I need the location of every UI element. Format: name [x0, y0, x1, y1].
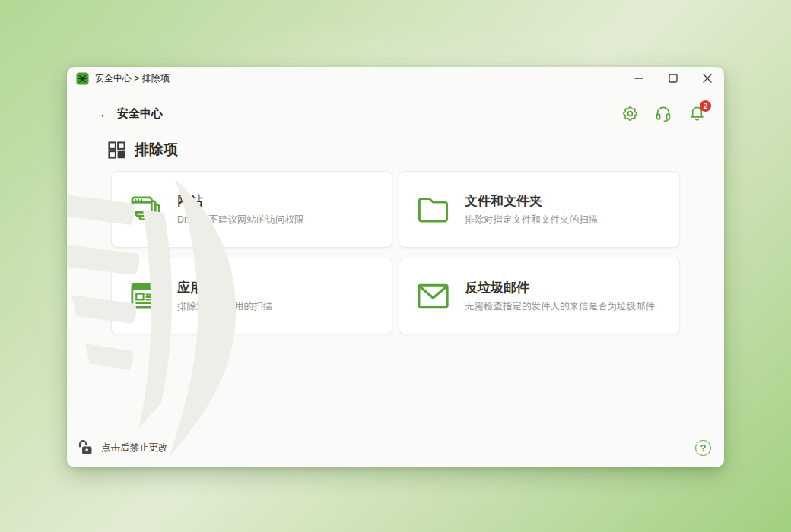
- support-button[interactable]: [653, 103, 673, 123]
- unlock-icon: [76, 439, 94, 457]
- card-subtitle: Dr.Web不建议网站的访问权限: [177, 214, 303, 226]
- card-websites[interactable]: 网站 Dr.Web不建议网站的访问权限: [111, 171, 392, 248]
- lock-label: 点击后禁止更改: [101, 442, 168, 454]
- exclusion-cards: 网站 Dr.Web不建议网站的访问权限 文件和文件夹 排除对指定文件和文件夹的扫…: [111, 171, 680, 334]
- folder-icon: [415, 192, 451, 227]
- notifications-button[interactable]: 2: [687, 103, 707, 123]
- app-window: 安全中心 > 排除项: [67, 67, 724, 467]
- card-text: 文件和文件夹 排除对指定文件和文件夹的扫描: [465, 192, 608, 226]
- close-icon: [703, 74, 712, 83]
- close-button[interactable]: [690, 67, 724, 90]
- support-headset-icon: [654, 104, 672, 122]
- lock-toggle[interactable]: 点击后禁止更改: [76, 439, 168, 457]
- card-subtitle: 排除对指定文件和文件夹的扫描: [465, 214, 598, 226]
- drweb-logo: [76, 72, 89, 85]
- help-button[interactable]: ?: [695, 440, 711, 456]
- maximize-icon: [669, 74, 678, 83]
- maximize-button[interactable]: [656, 67, 690, 90]
- card-title: 网站: [177, 192, 303, 210]
- window-controls: [621, 67, 724, 90]
- card-subtitle: 排除对指定应用的扫描: [177, 301, 272, 313]
- back-button[interactable]: ← 安全中心: [99, 106, 163, 121]
- card-applications[interactable]: 应用程序 排除对指定应用的扫描: [111, 258, 392, 334]
- titlebar: 安全中心 > 排除项: [67, 67, 724, 90]
- back-label: 安全中心: [117, 106, 163, 121]
- settings-button[interactable]: [620, 103, 640, 123]
- anti-spam-icon: [415, 278, 451, 314]
- card-title: 反垃圾邮件: [465, 279, 655, 296]
- websites-icon: [128, 192, 164, 227]
- page-title: 排除项: [135, 140, 178, 160]
- question-mark-icon: ?: [700, 443, 707, 453]
- top-action-icons: 2: [620, 103, 707, 123]
- card-text: 反垃圾邮件 无需检查指定的发件人的来信是否为垃圾邮件: [465, 279, 666, 313]
- applications-icon: [128, 278, 164, 314]
- card-anti-spam[interactable]: 反垃圾邮件 无需检查指定的发件人的来信是否为垃圾邮件: [399, 258, 680, 334]
- notification-badge: 2: [700, 100, 711, 112]
- footer: 点击后禁止更改 ?: [67, 432, 724, 467]
- window-title: 安全中心 > 排除项: [95, 72, 170, 85]
- card-subtitle: 无需检查指定的发件人的来信是否为垃圾邮件: [465, 301, 655, 313]
- card-files-folders[interactable]: 文件和文件夹 排除对指定文件和文件夹的扫描: [399, 171, 680, 248]
- topbar: ← 安全中心: [99, 100, 707, 126]
- settings-gear-icon: [621, 105, 639, 122]
- minimize-icon: [634, 74, 643, 83]
- minimize-button[interactable]: [621, 67, 656, 90]
- card-text: 网站 Dr.Web不建议网站的访问权限: [177, 192, 314, 226]
- card-title: 应用程序: [177, 279, 272, 296]
- card-text: 应用程序 排除对指定应用的扫描: [177, 279, 283, 313]
- desktop-background: 安全中心 > 排除项: [0, 0, 791, 532]
- back-arrow-icon: ←: [99, 107, 112, 120]
- section-header: 排除项: [108, 140, 707, 160]
- card-title: 文件和文件夹: [465, 192, 598, 210]
- grid-icon: [108, 141, 125, 159]
